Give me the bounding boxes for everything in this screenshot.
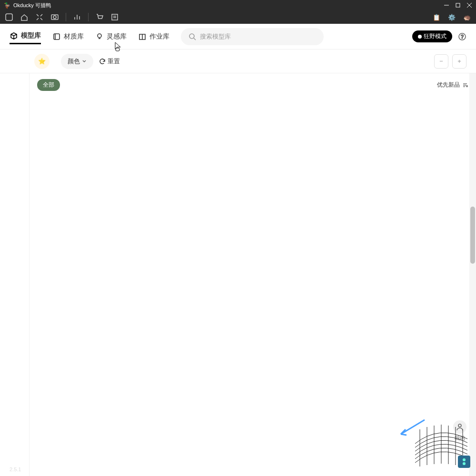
svg-point-6 bbox=[53, 16, 56, 19]
my-profile-button[interactable]: 我的 bbox=[453, 420, 466, 442]
home-icon[interactable] bbox=[5, 13, 13, 21]
calendar-icon[interactable]: 📋 bbox=[432, 13, 441, 21]
help-icon[interactable]: ? bbox=[458, 32, 466, 41]
reset-button[interactable]: 重置 bbox=[99, 57, 120, 66]
search-icon bbox=[188, 33, 196, 40]
zoom-in-button[interactable]: + bbox=[452, 54, 466, 69]
svg-text:?: ? bbox=[461, 34, 464, 40]
zoom-out-button[interactable]: − bbox=[434, 54, 448, 69]
gear-icon[interactable]: ⚙️ bbox=[447, 13, 456, 21]
sort-label[interactable]: 优先新品 bbox=[437, 81, 468, 89]
star-badge-icon[interactable]: ⭐ bbox=[34, 54, 50, 69]
palette-icon bbox=[52, 32, 61, 41]
book-icon bbox=[138, 32, 147, 41]
sort-icon bbox=[462, 82, 468, 89]
svg-point-16 bbox=[466, 85, 468, 87]
svg-rect-4 bbox=[6, 14, 12, 20]
calc-icon[interactable] bbox=[110, 13, 119, 21]
main-toolbar: 📋 ⚙️ 🦔 bbox=[0, 10, 476, 24]
close-icon[interactable] bbox=[466, 2, 472, 8]
tag-all[interactable]: 全部 bbox=[37, 79, 60, 91]
svg-point-18 bbox=[458, 424, 461, 427]
svg-rect-10 bbox=[54, 34, 60, 40]
category-sidebar bbox=[0, 73, 30, 476]
stats-icon[interactable] bbox=[73, 13, 81, 21]
chevron-down-icon bbox=[82, 59, 87, 64]
tab-material-library[interactable]: 材质库 bbox=[52, 30, 84, 44]
person-icon bbox=[456, 423, 464, 431]
house-icon[interactable] bbox=[20, 13, 29, 21]
svg-point-11 bbox=[98, 34, 101, 38]
refresh-icon bbox=[99, 58, 106, 65]
app-logo-icon: 🦆 bbox=[4, 2, 10, 9]
maximize-icon[interactable] bbox=[455, 2, 461, 8]
svg-rect-7 bbox=[112, 14, 118, 20]
bulb-icon bbox=[95, 32, 104, 41]
tab-model-library[interactable]: 模型库 bbox=[10, 29, 41, 44]
tab-work-library[interactable]: 作业库 bbox=[138, 30, 169, 44]
version-label: 2.5.1 bbox=[10, 466, 21, 472]
library-nav: 模型库 材质库 灵感库 作业库 搜索模型库 狂野模式 ? bbox=[0, 24, 476, 50]
minimize-icon[interactable] bbox=[444, 2, 449, 8]
titlebar: 🦆 Okducky 可描鸭 bbox=[0, 0, 476, 10]
avatar-icon[interactable]: 🦔 bbox=[463, 13, 471, 21]
filter-0[interactable]: 颜色 bbox=[61, 54, 93, 69]
product-grid-container: 全部 优先新品 bbox=[30, 73, 476, 476]
cube-icon bbox=[10, 31, 18, 40]
tab-inspiration-library[interactable]: 灵感库 bbox=[95, 30, 127, 44]
camera-icon[interactable] bbox=[50, 13, 59, 21]
scrollbar[interactable] bbox=[469, 73, 476, 476]
app-title: Okducky 可描鸭 bbox=[13, 2, 51, 9]
svg-line-13 bbox=[194, 38, 196, 40]
wild-mode-toggle[interactable]: 狂野模式 bbox=[412, 30, 452, 42]
expand-icon[interactable] bbox=[35, 13, 44, 21]
filter-bar: ⭐ 颜色 重置 − + bbox=[0, 50, 476, 73]
svg-rect-1 bbox=[456, 3, 460, 7]
svg-point-12 bbox=[189, 34, 194, 39]
cart-icon[interactable] bbox=[95, 13, 104, 21]
search-input[interactable]: 搜索模型库 bbox=[181, 28, 324, 45]
